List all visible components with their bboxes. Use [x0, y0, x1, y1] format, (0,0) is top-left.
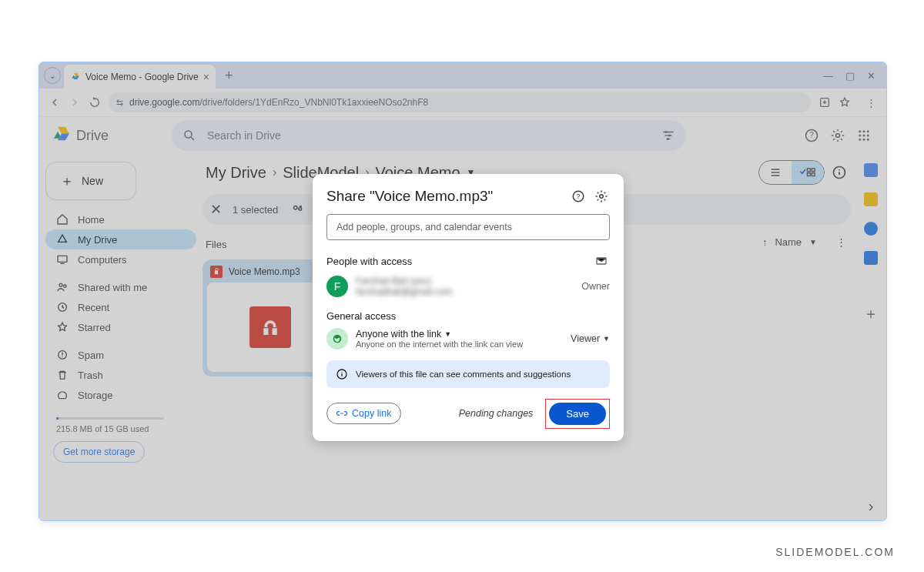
- scope-subtitle: Anyone on the internet with the link can…: [356, 340, 523, 349]
- people-section-label: People with access: [326, 253, 610, 269]
- copy-link-label: Copy link: [352, 408, 391, 419]
- dialog-header: Share "Voice Memo.mp3" ?: [326, 188, 610, 205]
- info-banner: Viewers of this file can see comments an…: [326, 360, 610, 388]
- owner-avatar: F: [326, 276, 348, 297]
- save-highlight-box: Save: [545, 399, 610, 429]
- browser-window: ⌄ Voice Memo - Google Drive × + — ▢ ✕ ⇆ …: [38, 62, 887, 521]
- general-access-label: General access: [326, 310, 610, 322]
- dialog-title: Share "Voice Memo.mp3": [326, 188, 493, 205]
- svg-text:?: ?: [576, 192, 580, 200]
- save-button[interactable]: Save: [549, 403, 606, 425]
- dialog-footer: Copy link Pending changes Save: [326, 399, 610, 429]
- svg-point-37: [341, 371, 342, 372]
- access-scope[interactable]: Anyone with the link ▼ Anyone on the int…: [356, 329, 523, 349]
- svg-point-33: [600, 195, 604, 199]
- share-dialog: Share "Voice Memo.mp3" ? Add people, gro…: [313, 174, 624, 441]
- scope-title: Anyone with the link: [356, 329, 441, 340]
- dialog-help-icon[interactable]: ?: [570, 188, 587, 205]
- owner-row: F Farshad Bali (you)farshadbali@gmail.co…: [326, 276, 610, 298]
- people-section-text: People with access: [326, 256, 412, 267]
- role-label: Viewer: [571, 333, 600, 344]
- access-row: Anyone with the link ▼ Anyone on the int…: [326, 328, 610, 350]
- owner-name-blurred: Farshad Bali (you)farshadbali@gmail.com: [356, 276, 453, 298]
- notify-email-icon[interactable]: [593, 253, 610, 269]
- pending-text: Pending changes: [459, 408, 534, 419]
- dialog-settings-icon[interactable]: [593, 188, 610, 205]
- info-icon: [336, 368, 348, 380]
- chevron-down-icon: ▼: [603, 335, 610, 343]
- globe-icon: [326, 328, 348, 350]
- owner-role: Owner: [581, 281, 610, 292]
- add-people-input[interactable]: Add people, groups, and calendar events: [326, 214, 610, 240]
- copy-link-button[interactable]: Copy link: [326, 403, 401, 424]
- role-dropdown[interactable]: Viewer ▼: [571, 333, 610, 344]
- chevron-down-icon: ▼: [444, 330, 451, 338]
- banner-text: Viewers of this file can see comments an…: [356, 370, 571, 379]
- link-icon: [336, 408, 347, 419]
- watermark: SLIDEMODEL.COM: [775, 546, 895, 558]
